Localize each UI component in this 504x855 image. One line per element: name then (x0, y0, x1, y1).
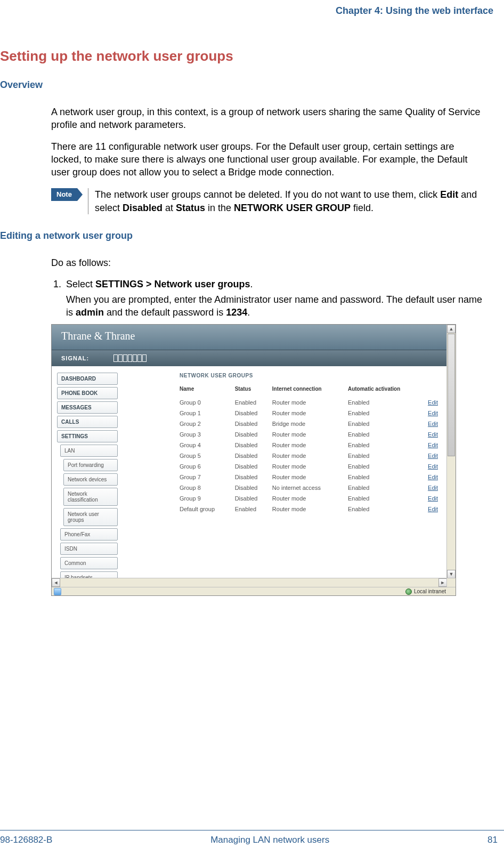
ie-icon (54, 588, 61, 595)
scroll-left-arrow-icon[interactable]: ◄ (52, 578, 60, 587)
section-title: Setting up the network user groups (0, 48, 487, 64)
cell-name: Group 3 (180, 429, 235, 440)
nav-port-forwarding[interactable]: Port forwarding (63, 459, 118, 471)
nav-messages[interactable]: MESSAGES (57, 401, 118, 414)
table-row: Group 5DisabledRouter modeEnabledEdit (180, 450, 447, 461)
cell-action: Edit (428, 504, 447, 514)
cell-name: Group 2 (180, 418, 235, 429)
scroll-down-arrow-icon[interactable]: ▼ (447, 570, 456, 578)
table-row: Default groupEnabledRouter modeEnabledEd… (180, 504, 447, 514)
edit-link[interactable]: Edit (428, 474, 438, 480)
nav-phone-book[interactable]: PHONE BOOK (57, 387, 118, 399)
signal-bar: SIGNAL: (52, 350, 456, 366)
cell-status: Disabled (235, 418, 272, 429)
cell-auto: Enabled (348, 408, 428, 418)
nav-dashboard[interactable]: DASHBOARD (57, 373, 118, 385)
cell-internet: Router mode (272, 461, 348, 472)
edit-link[interactable]: Edit (428, 410, 438, 416)
nav-network-user-groups[interactable]: Network user groups (63, 508, 118, 526)
cell-auto: Enabled (348, 450, 428, 461)
footer-rule (0, 830, 504, 830)
col-internet: Internet connection (272, 386, 348, 397)
edit-body: Do as follows: Select SETTINGS > Network… (51, 256, 487, 596)
content-area: Setting up the network user groups Overv… (0, 48, 504, 596)
edit-link[interactable]: Edit (428, 442, 438, 448)
cell-name: Group 0 (180, 397, 235, 408)
nav-common[interactable]: Common (60, 557, 118, 569)
col-action (428, 386, 447, 397)
status-bar: Local intranet (52, 587, 456, 595)
nav-network-classification[interactable]: Network classification (63, 488, 118, 506)
nav-calls[interactable]: CALLS (57, 416, 118, 428)
edit-link[interactable]: Edit (428, 421, 438, 427)
nav-phone-fax[interactable]: Phone/Fax (60, 528, 118, 541)
nav-column: DASHBOARD PHONE BOOK MESSAGES CALLS SETT… (52, 366, 121, 595)
cell-auto: Enabled (348, 482, 428, 493)
nav-isdn[interactable]: ISDN (60, 543, 118, 555)
cell-status: Disabled (235, 440, 272, 450)
cell-status: Disabled (235, 429, 272, 440)
col-status: Status (235, 386, 272, 397)
cell-name: Group 8 (180, 482, 235, 493)
cell-auto: Enabled (348, 461, 428, 472)
cell-auto: Enabled (348, 440, 428, 450)
cell-status: Disabled (235, 482, 272, 493)
cell-internet: No internet access (272, 482, 348, 493)
nav-network-devices[interactable]: Network devices (63, 473, 118, 486)
screenshot-body: DASHBOARD PHONE BOOK MESSAGES CALLS SETT… (52, 366, 456, 595)
doc-id: 98-126882-B (0, 835, 52, 845)
cell-action: Edit (428, 408, 447, 418)
cell-internet: Router mode (272, 397, 348, 408)
cell-status: Disabled (235, 408, 272, 418)
scroll-right-arrow-icon[interactable]: ► (438, 578, 447, 587)
scrollbar-corner (446, 578, 456, 587)
table-row: Group 7DisabledRouter modeEnabledEdit (180, 472, 447, 482)
cell-action: Edit (428, 461, 447, 472)
steps-list: Select SETTINGS > Network user groups. W… (51, 278, 487, 319)
cell-action: Edit (428, 472, 447, 482)
edit-heading: Editing a network user group (0, 230, 487, 241)
edit-link[interactable]: Edit (428, 463, 438, 470)
cell-auto: Enabled (348, 472, 428, 482)
table-row: Group 6DisabledRouter modeEnabledEdit (180, 461, 447, 472)
horizontal-scrollbar[interactable]: ◄ ► (52, 578, 447, 587)
cell-status: Disabled (235, 461, 272, 472)
cell-internet: Bridge mode (272, 418, 348, 429)
nav-lan[interactable]: LAN (60, 445, 118, 457)
cell-action: Edit (428, 418, 447, 429)
zone-icon (405, 588, 412, 595)
col-auto: Automatic activation (348, 386, 428, 397)
edit-link[interactable]: Edit (428, 453, 438, 459)
zone-label: Local intranet (414, 588, 446, 594)
note-badge: Note (51, 188, 77, 201)
nav-settings[interactable]: SETTINGS (57, 430, 118, 442)
groups-table: Name Status Internet connection Automati… (180, 386, 447, 514)
vertical-scrollbar[interactable]: ▲ ▼ (446, 325, 456, 578)
step-1: Select SETTINGS > Network user groups. W… (64, 278, 487, 319)
edit-link[interactable]: Edit (428, 506, 438, 512)
cell-internet: Router mode (272, 408, 348, 418)
overview-p1: A network user group, in this context, i… (51, 106, 487, 132)
edit-link[interactable]: Edit (428, 485, 438, 491)
cell-internet: Router mode (272, 493, 348, 504)
signal-label: SIGNAL: (61, 355, 89, 361)
main-column: NETWORK USER GROUPS Name Status Internet… (121, 366, 456, 595)
page-number: 81 (487, 835, 498, 845)
cell-internet: Router mode (272, 504, 348, 514)
edit-link[interactable]: Edit (428, 399, 438, 406)
scroll-up-arrow-icon[interactable]: ▲ (447, 325, 456, 333)
table-row: Group 2DisabledBridge modeEnabledEdit (180, 418, 447, 429)
brand-bar: Thrane & Thrane (52, 325, 456, 350)
cell-name: Group 7 (180, 472, 235, 482)
cell-auto: Enabled (348, 397, 428, 408)
security-zone: Local intranet (405, 588, 446, 595)
running-header: Chapter 4: Using the web interface (336, 5, 493, 17)
signal-indicator (113, 354, 147, 362)
panel-title: NETWORK USER GROUPS (180, 373, 447, 378)
edit-link[interactable]: Edit (428, 431, 438, 438)
cell-name: Group 6 (180, 461, 235, 472)
cell-name: Group 4 (180, 440, 235, 450)
edit-link[interactable]: Edit (428, 495, 438, 502)
scroll-thumb[interactable] (448, 334, 455, 456)
col-name: Name (180, 386, 235, 397)
